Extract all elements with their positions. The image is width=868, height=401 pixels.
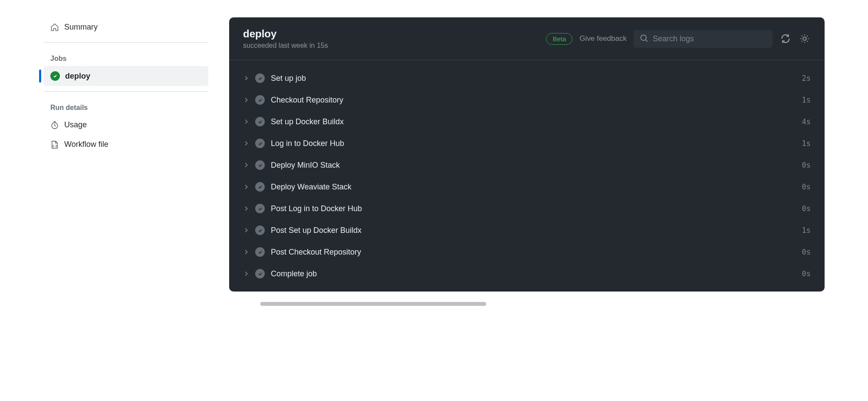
success-check-icon	[50, 71, 60, 81]
step-duration: 4s	[802, 117, 811, 126]
chevron-right-icon	[243, 271, 249, 277]
jobs-section-label: Jobs	[43, 48, 208, 66]
step-duration: 0s	[802, 269, 811, 278]
run-details-section-label: Run details	[43, 97, 208, 115]
step-duration: 2s	[802, 74, 811, 83]
step-name: Post Set up Docker Buildx	[271, 226, 796, 235]
horizontal-scrollbar[interactable]	[0, 302, 868, 306]
job-title: deploy	[243, 28, 328, 40]
sidebar-summary-label: Summary	[64, 23, 98, 32]
chevron-right-icon	[243, 205, 249, 212]
step-duration: 0s	[802, 204, 811, 213]
job-title-block: deploy succeeded last week in 15s	[243, 28, 328, 50]
search-wrapper	[634, 30, 773, 48]
step-name: Post Checkout Repository	[271, 248, 796, 257]
step-success-icon	[255, 269, 265, 278]
svg-point-2	[803, 37, 806, 40]
sidebar-item-summary[interactable]: Summary	[43, 17, 208, 37]
job-label: deploy	[65, 72, 90, 81]
chevron-right-icon	[243, 97, 249, 103]
step-success-icon	[255, 247, 265, 257]
step-duration: 1s	[802, 226, 811, 235]
chevron-right-icon	[243, 75, 249, 81]
step-duration: 1s	[802, 96, 811, 104]
step-duration: 1s	[802, 139, 811, 148]
beta-badge: Beta	[546, 33, 572, 45]
home-icon	[50, 23, 59, 32]
sidebar: Summary Jobs deploy Run details Usage	[43, 17, 208, 292]
step-row[interactable]: Post Checkout Repository 0s	[229, 241, 825, 263]
job-log-panel: deploy succeeded last week in 15s Beta G…	[229, 17, 825, 292]
step-name: Post Log in to Docker Hub	[271, 204, 796, 213]
search-logs-input[interactable]	[634, 30, 773, 48]
chevron-right-icon	[243, 184, 249, 190]
step-success-icon	[255, 95, 265, 105]
chevron-right-icon	[243, 140, 249, 146]
step-name: Checkout Repository	[271, 96, 796, 105]
step-row[interactable]: Checkout Repository 1s	[229, 89, 825, 111]
step-row[interactable]: Complete job 0s	[229, 263, 825, 285]
step-success-icon	[255, 73, 265, 83]
step-success-icon	[255, 117, 265, 126]
sidebar-job-item[interactable]: deploy	[43, 66, 208, 86]
sidebar-item-usage[interactable]: Usage	[43, 115, 208, 135]
job-status-text: succeeded last week in 15s	[243, 42, 328, 50]
step-row[interactable]: Deploy Weaviate Stack 0s	[229, 176, 825, 198]
chevron-right-icon	[243, 227, 249, 233]
step-row[interactable]: Log in to Docker Hub 1s	[229, 133, 825, 154]
step-success-icon	[255, 160, 265, 170]
step-row[interactable]: Deploy MinIO Stack 0s	[229, 154, 825, 176]
sidebar-usage-label: Usage	[64, 120, 87, 129]
step-row[interactable]: Post Set up Docker Buildx 1s	[229, 219, 825, 241]
step-name: Deploy MinIO Stack	[271, 161, 796, 170]
step-row[interactable]: Set up job 2s	[229, 67, 825, 89]
sidebar-workflow-file-label: Workflow file	[64, 140, 108, 149]
step-success-icon	[255, 225, 265, 235]
chevron-right-icon	[243, 249, 249, 255]
step-success-icon	[255, 182, 265, 192]
step-name: Log in to Docker Hub	[271, 139, 796, 148]
settings-button[interactable]	[799, 33, 811, 45]
step-success-icon	[255, 204, 265, 213]
give-feedback-link[interactable]: Give feedback	[579, 34, 627, 43]
step-duration: 0s	[802, 248, 811, 256]
stopwatch-icon	[50, 121, 59, 129]
chevron-right-icon	[243, 162, 249, 168]
step-name: Deploy Weaviate Stack	[271, 182, 796, 192]
step-name: Complete job	[271, 269, 796, 278]
step-name: Set up Docker Buildx	[271, 117, 796, 126]
step-success-icon	[255, 139, 265, 148]
step-name: Set up job	[271, 74, 796, 83]
steps-list: Set up job 2s Checkout Repository 1s Set…	[229, 60, 825, 292]
sidebar-item-workflow-file[interactable]: Workflow file	[43, 135, 208, 154]
step-duration: 0s	[802, 161, 811, 169]
divider	[43, 91, 208, 92]
divider	[43, 42, 208, 43]
step-row[interactable]: Set up Docker Buildx 4s	[229, 111, 825, 133]
panel-header: deploy succeeded last week in 15s Beta G…	[229, 17, 825, 60]
file-icon	[50, 140, 59, 149]
step-row[interactable]: Post Log in to Docker Hub 0s	[229, 198, 825, 219]
refresh-button[interactable]	[779, 33, 792, 45]
chevron-right-icon	[243, 119, 249, 125]
step-duration: 0s	[802, 182, 811, 191]
